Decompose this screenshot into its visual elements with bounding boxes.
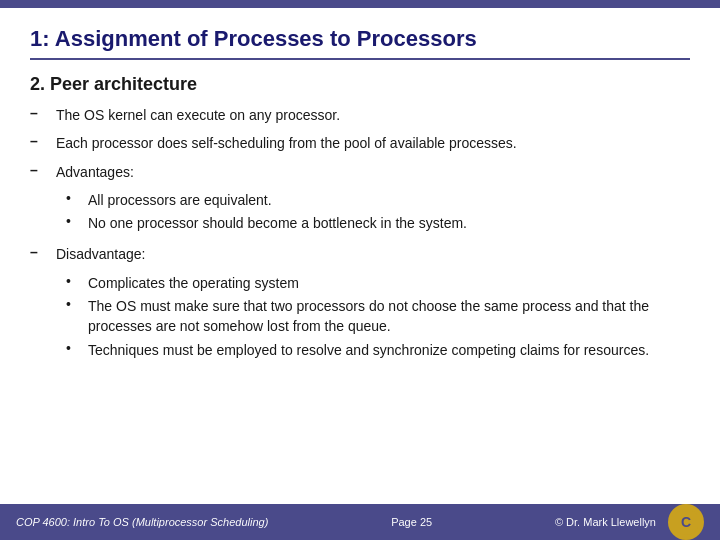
footer-center: Page 25 <box>391 516 432 528</box>
bullet-item-2: – Each processor does self-scheduling fr… <box>30 133 690 153</box>
svg-text:C: C <box>681 514 691 530</box>
sub-bullet-text-d3: Techniques must be employed to resolve a… <box>88 340 649 360</box>
bullet-dash-2: – <box>30 133 46 149</box>
sub-bullet-item-a2: • No one processor should become a bottl… <box>66 213 690 233</box>
sub-bullet-text-a2: No one processor should become a bottlen… <box>88 213 467 233</box>
slide-container: 1: Assignment of Processes to Processors… <box>0 0 720 540</box>
footer-right: © Dr. Mark Llewellyn <box>555 516 656 528</box>
bullet-dash-1: – <box>30 105 46 121</box>
footer-bar: COP 4600: Intro To OS (Multiprocessor Sc… <box>0 504 720 540</box>
sub-bullet-item-a1: • All processors are equivalent. <box>66 190 690 210</box>
advantages-subbullets: • All processors are equivalent. • No on… <box>66 190 690 237</box>
content-area: 1: Assignment of Processes to Processors… <box>0 8 720 504</box>
disadvantages-subbullets: • Complicates the operating system • The… <box>66 273 690 363</box>
slide-title: 1: Assignment of Processes to Processors <box>30 26 690 60</box>
bullet-item-4: – Disadvantage: <box>30 244 690 264</box>
sub-bullet-text-d1: Complicates the operating system <box>88 273 299 293</box>
footer-left: COP 4600: Intro To OS (Multiprocessor Sc… <box>16 516 268 528</box>
footer-right-group: © Dr. Mark Llewellyn C <box>555 504 704 540</box>
bullet-text-4: Disadvantage: <box>56 244 146 264</box>
section-heading: 2. Peer architecture <box>30 74 690 95</box>
sub-bullet-item-d3: • Techniques must be employed to resolve… <box>66 340 690 360</box>
sub-bullet-text-a1: All processors are equivalent. <box>88 190 272 210</box>
sub-bullet-dot-d2: • <box>66 296 80 312</box>
footer-content: COP 4600: Intro To OS (Multiprocessor Sc… <box>16 504 704 540</box>
bullet-item-1: – The OS kernel can execute on any proce… <box>30 105 690 125</box>
sub-bullet-text-d2: The OS must make sure that two processor… <box>88 296 690 337</box>
sub-bullet-dot-d1: • <box>66 273 80 289</box>
header-bar <box>0 0 720 8</box>
sub-bullet-dot-a1: • <box>66 190 80 206</box>
sub-bullet-dot-a2: • <box>66 213 80 229</box>
bullet-text-1: The OS kernel can execute on any process… <box>56 105 340 125</box>
bullet-dash-3: – <box>30 162 46 178</box>
sub-bullet-item-d2: • The OS must make sure that two process… <box>66 296 690 337</box>
sub-bullet-item-d1: • Complicates the operating system <box>66 273 690 293</box>
bullet-dash-4: – <box>30 244 46 260</box>
footer-logo: C <box>668 504 704 540</box>
bullet-text-3: Advantages: <box>56 162 134 182</box>
bullet-item-3: – Advantages: <box>30 162 690 182</box>
sub-bullet-dot-d3: • <box>66 340 80 356</box>
bullet-text-2: Each processor does self-scheduling from… <box>56 133 517 153</box>
